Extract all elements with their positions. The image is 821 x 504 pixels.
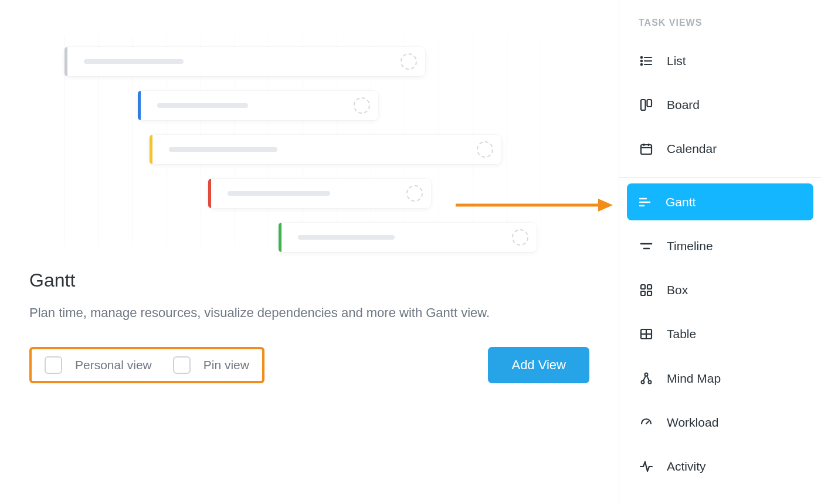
gantt-bar	[208, 179, 431, 208]
gantt-preview-illustration	[65, 35, 545, 246]
gantt-bar	[150, 135, 501, 164]
view-option-label: Calendar	[667, 142, 717, 156]
svg-rect-22	[647, 291, 652, 295]
checkbox-icon	[45, 356, 62, 374]
view-option-label: Table	[667, 327, 696, 341]
avatar-placeholder-icon	[354, 97, 370, 114]
footer-controls: Personal view Pin view Add View	[29, 347, 589, 383]
svg-point-27	[642, 380, 644, 383]
gantt-placeholder-text	[228, 191, 330, 196]
svg-rect-10	[641, 145, 652, 154]
avatar-placeholder-icon	[477, 141, 493, 158]
task-views-sidebar: TASK VIEWS List Board	[619, 0, 821, 504]
gantt-bar	[138, 91, 378, 120]
gantt-accent	[208, 179, 211, 208]
view-option-label: Mind Map	[667, 372, 721, 386]
view-option-board[interactable]: Board	[628, 86, 812, 123]
view-option-label: Activity	[667, 459, 706, 474]
view-title: Gantt	[29, 270, 589, 291]
view-description: Plan time, manage resources, visualize d…	[29, 302, 534, 323]
sidebar-heading: TASK VIEWS	[628, 18, 812, 42]
mindmap-icon	[639, 371, 654, 386]
view-option-label: Gantt	[666, 195, 696, 209]
add-view-button[interactable]: Add View	[488, 347, 589, 383]
svg-rect-21	[641, 291, 645, 295]
view-option-workload[interactable]: Workload	[628, 404, 812, 441]
personal-view-checkbox[interactable]: Personal view	[45, 356, 152, 374]
view-option-list[interactable]: List	[628, 42, 812, 79]
view-option-timeline[interactable]: Timeline	[628, 227, 812, 264]
view-option-table[interactable]: Table	[628, 316, 812, 353]
gantt-accent	[279, 223, 281, 252]
view-option-gantt[interactable]: Gantt	[627, 183, 813, 220]
pin-view-label: Pin view	[203, 358, 249, 372]
avatar-placeholder-icon	[401, 53, 417, 70]
view-option-calendar[interactable]: Calendar	[628, 131, 812, 168]
calendar-icon	[639, 141, 654, 156]
gantt-placeholder-text	[84, 59, 184, 64]
gantt-bar	[65, 47, 425, 76]
svg-rect-8	[641, 100, 646, 110]
svg-rect-9	[647, 100, 652, 107]
view-option-label: Timeline	[667, 239, 713, 253]
gantt-accent	[150, 135, 152, 164]
activity-icon	[639, 459, 654, 474]
personal-view-label: Personal view	[75, 358, 152, 372]
gantt-placeholder-text	[169, 147, 277, 152]
board-icon	[639, 97, 654, 113]
table-icon	[639, 326, 654, 342]
svg-rect-20	[647, 285, 652, 289]
avatar-placeholder-icon	[406, 185, 423, 202]
main-panel: Gantt Plan time, manage resources, visua…	[0, 0, 619, 504]
view-option-label: Board	[667, 98, 700, 112]
svg-marker-1	[598, 199, 613, 212]
svg-rect-19	[641, 285, 645, 289]
view-option-label: List	[667, 54, 686, 68]
gantt-accent	[138, 91, 141, 120]
view-option-activity[interactable]: Activity	[628, 448, 812, 485]
timeline-icon	[639, 239, 654, 254]
gantt-placeholder-text	[157, 103, 248, 108]
gantt-accent	[65, 47, 67, 76]
svg-point-2	[641, 56, 642, 57]
view-option-mindmap[interactable]: Mind Map	[628, 360, 812, 397]
checkbox-icon	[173, 356, 191, 374]
pin-view-checkbox[interactable]: Pin view	[173, 356, 249, 374]
sidebar-divider	[619, 177, 821, 178]
view-option-box[interactable]: Box	[628, 271, 812, 308]
gantt-placeholder-text	[298, 235, 395, 240]
avatar-placeholder-icon	[512, 229, 528, 246]
svg-point-26	[645, 373, 648, 376]
view-options-highlight: Personal view Pin view	[29, 347, 264, 383]
svg-point-28	[649, 380, 652, 383]
svg-line-29	[646, 421, 649, 424]
gantt-icon	[637, 195, 653, 210]
box-icon	[639, 282, 654, 298]
list-icon	[639, 53, 654, 69]
svg-point-4	[641, 60, 642, 61]
gantt-bar	[279, 223, 537, 252]
workload-icon	[639, 415, 654, 430]
view-option-label: Workload	[667, 416, 718, 430]
view-option-label: Box	[667, 283, 688, 297]
svg-point-6	[641, 63, 642, 64]
